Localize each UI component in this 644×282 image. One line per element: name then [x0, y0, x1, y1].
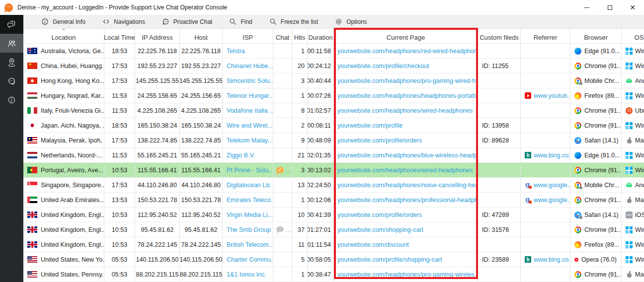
referrer-site-icon: [525, 256, 531, 263]
table-row[interactable]: United Kingdom, Engl... 10:53 78.24.222.…: [23, 237, 644, 252]
column-header-duration[interactable]: Duration: [308, 29, 334, 44]
sidebar-item-visitors[interactable]: [0, 34, 23, 53]
isp-link[interactable]: Virgin Media Li...: [227, 212, 273, 218]
host-cell: 88.202.215.115: [180, 267, 223, 282]
maximize-button[interactable]: [598, 0, 621, 15]
browser-label: Chrome (91...: [584, 197, 622, 204]
table-row[interactable]: Japan, Aichi, Nagoya, ... 18:53 165.150.…: [23, 118, 644, 133]
sidebar-item-operators[interactable]: [0, 71, 23, 90]
isp-link[interactable]: The Smb Group: [227, 226, 271, 233]
isp-link[interactable]: Emirates Teleco...: [227, 197, 273, 204]
custom-field-cell: ID: 47289: [478, 208, 521, 222]
magnifier-icon: [269, 18, 277, 25]
isp-link[interactable]: Chinanet Hube...: [227, 63, 273, 70]
current-page-link[interactable]: yourwebsite.com/headphones/pro-gaming-wi…: [337, 271, 478, 278]
general-info-button[interactable]: General Info: [41, 18, 85, 25]
isp-link[interactable]: British Telecom...: [227, 241, 273, 248]
table-row[interactable]: United Kingdom, Engl... 10:53 112.95.240…: [23, 208, 644, 222]
column-header-isp[interactable]: ISP: [223, 29, 273, 44]
referrer-link[interactable]: www.bing.co...: [534, 256, 570, 263]
navigations-button[interactable]: Navigations: [102, 18, 145, 25]
country-flag-icon: [27, 226, 37, 233]
current-page-link[interactable]: yourwebsite.com/headphones/headphones-po…: [337, 92, 478, 99]
current-page-link[interactable]: yourwebsite.com/profile/checkout: [337, 63, 429, 70]
sidebar-item-info[interactable]: [0, 90, 23, 109]
column-header-local-time[interactable]: Local Time: [104, 29, 135, 44]
table-row[interactable]: Italy, Friuli-Venezia Gi... 11:53 4.225.…: [23, 103, 644, 118]
table-row[interactable]: Hong Kong, Hong Ko... 17:53 145.255.125.…: [23, 73, 644, 88]
isp-link[interactable]: Vodafone Italia ...: [227, 107, 273, 114]
isp-link[interactable]: Telekom Malay...: [227, 137, 273, 144]
current-page-link[interactable]: yourwebsite.com/profile/shopping-cart: [337, 256, 442, 263]
column-header-host[interactable]: Host: [180, 29, 223, 44]
isp-link[interactable]: Telenor Hungar...: [227, 92, 273, 99]
location-text: China, Hubei, Huangg...: [41, 63, 104, 70]
column-header-referrer[interactable]: Referrer: [521, 29, 570, 44]
freeze-list-button[interactable]: Freeze the list: [269, 18, 318, 25]
table-row[interactable]: United States, Pennsy... 05:53 88.202.21…: [23, 267, 644, 282]
minimize-button[interactable]: [575, 0, 598, 15]
column-header-os[interactable]: OS: [622, 29, 644, 44]
table-row[interactable]: Netherlands, Noord-... 11:53 55.165.245.…: [23, 148, 644, 163]
table-row[interactable]: Australia, Victoria, Ge... 18:53 22.225.…: [23, 44, 644, 59]
current-page-link[interactable]: yourwebsite.com/shopping-cart: [337, 226, 423, 233]
proactive-chat-button[interactable]: Proactive Chat: [162, 18, 213, 25]
duration-cell: 00:41:39: [308, 208, 334, 222]
referrer-link[interactable]: www.google...: [534, 182, 570, 189]
location-text: Singapore, Singapore...: [41, 182, 104, 189]
current-page-link[interactable]: yourwebsite.com/profile/orders: [337, 212, 422, 218]
options-button[interactable]: Options: [335, 18, 367, 25]
referrer-link[interactable]: www.google...: [534, 197, 570, 204]
current-page-link[interactable]: yourwebsite.com/headphones/professional-…: [337, 197, 478, 204]
current-page-link[interactable]: yourwebsite.com/headphones/red-wired-hea…: [337, 48, 478, 55]
isp-link[interactable]: Digitalocean Llc: [227, 182, 270, 189]
column-header-hits[interactable]: Hits: [292, 29, 308, 44]
current-page-link[interactable]: yourwebsite.com/profile: [337, 122, 402, 129]
table-row[interactable]: United Kingdom, Engl... 10:53 95.45.81.6…: [23, 222, 644, 237]
find-button[interactable]: Find: [229, 18, 252, 25]
proactive-chat-label: Proactive Chat: [173, 18, 213, 25]
window-controls: ✕: [575, 0, 644, 15]
custom-field-cell: [478, 193, 521, 208]
column-header-current-page[interactable]: Current Page: [334, 29, 478, 44]
column-header-location[interactable]: ^ Location: [23, 29, 104, 44]
column-header-browser[interactable]: Browser: [570, 29, 622, 44]
table-row[interactable]: United States, New Yo... 05:53 140.115.2…: [23, 252, 644, 267]
column-header-chat[interactable]: Chat: [273, 29, 292, 44]
current-page-link[interactable]: yourwebsite.com/headphones/wired-headpho…: [337, 107, 473, 114]
isp-link[interactable]: Wire and Wirel...: [227, 122, 272, 129]
hits-cell: 11: [292, 237, 308, 252]
isp-link[interactable]: 1&1 Ionos Inc.: [227, 271, 266, 278]
current-page-link[interactable]: yourwebsite.com/headphones/pro-gaming-wi…: [337, 77, 478, 84]
current-page-link[interactable]: yourwebsite.com/headphones/noise-cancell…: [337, 182, 478, 189]
table-row[interactable]: Singapore, Singapore... 17:53 44.110.246…: [23, 178, 644, 193]
current-page-link[interactable]: yourwebsite.com/headphones/blue-wireless…: [337, 152, 478, 159]
sidebar-item-chats[interactable]: [0, 15, 23, 34]
column-header-custom-fields[interactable]: Custom fileds: [478, 29, 521, 44]
current-page-link[interactable]: yourwebsite.com/discount: [337, 241, 409, 248]
location-text: United Arab Emirates...: [41, 197, 104, 204]
isp-link[interactable]: Charter Commu...: [227, 256, 273, 263]
column-header-ip-address[interactable]: IP Address: [135, 29, 180, 44]
current-page-cell: yourwebsite.com/profile: [334, 118, 478, 133]
table-row[interactable]: China, Hubei, Huangg... 17:53 192.55.23.…: [23, 59, 644, 73]
os-cell: Win: [622, 222, 644, 237]
duration-cell: 00:38:47: [308, 267, 334, 282]
isp-link[interactable]: Ziggo B.V.: [227, 152, 255, 159]
table-row[interactable]: Malaysia, Perak, Ipoh, ... 17:53 138.222…: [23, 133, 644, 148]
isp-link[interactable]: Telstra: [227, 48, 245, 55]
isp-link[interactable]: Simcentric Solu...: [227, 77, 273, 84]
current-page-link[interactable]: yourwebsite.com/profile/orders: [337, 137, 422, 144]
referrer-link[interactable]: www.bing.co...: [534, 152, 570, 159]
table-row[interactable]: United Arab Emirates... 13:53 150.53.221…: [23, 193, 644, 208]
close-button[interactable]: ✕: [621, 0, 644, 15]
table-row[interactable]: Portugal, Aveiro, Ave... 10:53 115.55.16…: [23, 163, 644, 178]
os-cell: Win: [622, 118, 644, 133]
sidebar-item-map[interactable]: [0, 53, 23, 71]
table-row[interactable]: Hungary, Nograd, Kar... 11:53 24.255.156…: [23, 88, 644, 103]
isp-link[interactable]: Pt Prime - Solu...: [227, 167, 273, 174]
os-icon: [626, 226, 633, 233]
current-page-link[interactable]: yourwebsite.com/headphones/wired-headpho…: [337, 167, 473, 174]
current-page-cell: yourwebsite.com/headphones/noise-cancell…: [334, 178, 478, 193]
referrer-link[interactable]: www.youtub...: [534, 92, 570, 99]
